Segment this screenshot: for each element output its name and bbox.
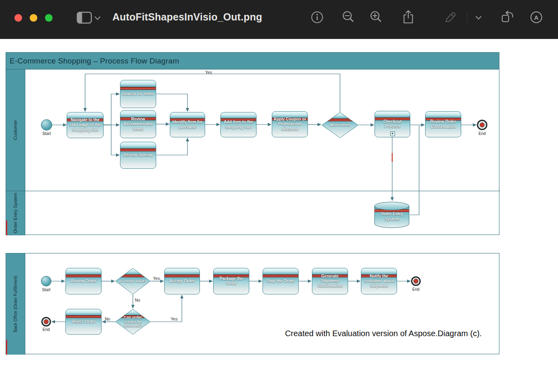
shape-label: Add item to the shopping cart [222, 120, 255, 129]
end-event [477, 120, 487, 130]
no-label: No [105, 316, 110, 321]
yes-label: Yes [205, 70, 212, 75]
shape-search-items: Search for items [120, 80, 156, 108]
share-icon [402, 10, 414, 24]
shape-label: Identify Item for purchase [171, 120, 204, 129]
shape-label: Review Recommended Items [122, 117, 155, 132]
eval-red-mark [6, 220, 7, 235]
end-caption: End [40, 327, 52, 332]
diagram-title-bar: E-Commerce Shopping – Process Flow Diagr… [6, 53, 499, 69]
minimize-button[interactable] [30, 14, 37, 22]
shape-checkout-process: Checkout Process + [375, 111, 410, 137]
diagram-ecommerce-flow: E-Commerce Shopping – Process Flow Diagr… [6, 52, 499, 235]
shape-label: Generate Shipment Confirmation [314, 274, 346, 289]
titlebar: AutoFitShapesInVisio_Out.png [0, 0, 558, 39]
shape-order-entry-database: Order Entry System [374, 201, 410, 229]
shape-package-order: Package the Order [213, 268, 249, 294]
shape-label: Notify the customer about shipment [362, 274, 395, 289]
shape-label: More items [325, 112, 355, 138]
diagram-back-office: Back Office (Order Fulfillment) Yes No Y… [6, 253, 499, 354]
shape-identify-item: Identify Item for purchase [170, 112, 205, 137]
shape-ship-order: Ship the Order [263, 268, 299, 294]
lane-back-office: Back Office (Order Fulfillment) [6, 253, 25, 355]
lane-label: Order Entry System [12, 193, 18, 233]
shape-label: Reject Order [71, 319, 96, 324]
lane-divider [6, 191, 500, 191]
lane-label: Back Office (Order Fulfillment) [13, 276, 18, 332]
toolbar-separator [467, 12, 467, 22]
shape-label: Navigate to the start page of the shoppi… [68, 118, 102, 133]
shape-review-order: Review Order [65, 268, 102, 294]
annotate-a-icon: A [530, 11, 543, 24]
shape-notify-customer: Notify the customer about shipment [361, 268, 397, 294]
share-button[interactable] [402, 10, 414, 24]
diagram1-connectors [6, 53, 500, 235]
shape-label: Can order issues be resolved? [119, 309, 147, 335]
markup-pencil-icon [444, 11, 457, 23]
info-button[interactable] [311, 11, 324, 24]
chevron-down-icon [476, 16, 481, 20]
shape-review-recommended: Review Recommended Items [120, 110, 156, 138]
lane-label: Customer [12, 120, 18, 140]
shape-can-resolve-decision: Can order issues be resolved? [115, 309, 151, 335]
sidebar-menu-chevron[interactable] [94, 16, 101, 20]
yes-label: Yes [171, 316, 177, 321]
lane-customer: Customer [6, 69, 25, 191]
shape-review-special: Review Special [120, 142, 156, 169]
shape-label: Search for items [122, 92, 154, 96]
zoom-out-icon [342, 10, 355, 24]
shape-label: Review Order Confirmation [427, 119, 460, 129]
rotate-button[interactable] [501, 10, 515, 23]
preview-window: AutoFitShapesInVisio_Out.png [0, 0, 558, 392]
shape-generate-confirmation: Generate Shipment Confirmation [312, 268, 348, 294]
start-caption: Start [40, 288, 53, 292]
lane-order-entry-system: Order Entry System [6, 191, 25, 235]
sidebar-toggle-button[interactable] [77, 12, 92, 24]
yes-label: Yes [153, 276, 160, 281]
shape-reject-order: Reject Order [65, 309, 102, 335]
no-label: No [135, 298, 140, 302]
annotate-button[interactable]: A [530, 11, 543, 24]
shape-more-items-decision: More items [322, 112, 358, 138]
zoom-in-button[interactable] [369, 10, 383, 24]
shape-label: Ship the Order [267, 279, 294, 284]
shape-accept-order: Accept Order [164, 268, 200, 294]
shape-navigate: Navigate to the start page of the shoppi… [67, 112, 104, 138]
rotate-icon [501, 10, 515, 23]
sidebar-toggle-icon [77, 12, 92, 24]
svg-text:A: A [534, 14, 539, 21]
shape-label: Apply Coupon or Promotional discount [273, 117, 306, 132]
shape-label: Package the Order [215, 276, 248, 286]
shape-label: Review Order [71, 279, 96, 284]
shape-label: Order Entry System [374, 212, 410, 222]
eval-red-mark [6, 340, 7, 355]
end-caption: End [475, 131, 489, 136]
chevron-down-icon [95, 16, 100, 20]
evaluation-watermark: Created with Evaluation version of Aspos… [269, 329, 498, 338]
subprocess-plus-icon: + [390, 131, 395, 136]
zoom-in-icon [369, 10, 383, 24]
shape-label: Review Special [124, 153, 153, 157]
end-event [41, 317, 51, 327]
shape-review-order-confirmation: Review Order Confirmation [425, 111, 461, 137]
markup-button[interactable] [444, 11, 457, 23]
zoom-out-button[interactable] [342, 10, 355, 24]
start-caption: Start [39, 131, 54, 136]
diagram-title: E-Commerce Shopping – Process Flow Diagr… [10, 57, 179, 65]
fullscreen-button[interactable] [45, 14, 53, 22]
shape-label: Accept Order [169, 279, 195, 284]
window-title: AutoFitShapesInVisio_Out.png [112, 11, 262, 23]
start-event [41, 119, 52, 131]
shape-label: Is Order Valid? [119, 268, 147, 294]
close-button[interactable] [14, 14, 22, 22]
info-icon [311, 11, 324, 24]
end-event [411, 276, 421, 286]
image-canvas: E-Commerce Shopping – Process Flow Diagr… [0, 39, 558, 392]
shape-label: Checkout Process [376, 119, 409, 129]
markup-menu-chevron[interactable] [475, 16, 482, 20]
shape-add-item: Add item to the shopping cart [220, 112, 257, 137]
shape-apply-coupon: Apply Coupon or Promotional discount [272, 111, 308, 137]
window-controls [14, 14, 53, 22]
shape-is-order-valid-decision: Is Order Valid? [115, 268, 151, 294]
start-event [41, 276, 51, 286]
